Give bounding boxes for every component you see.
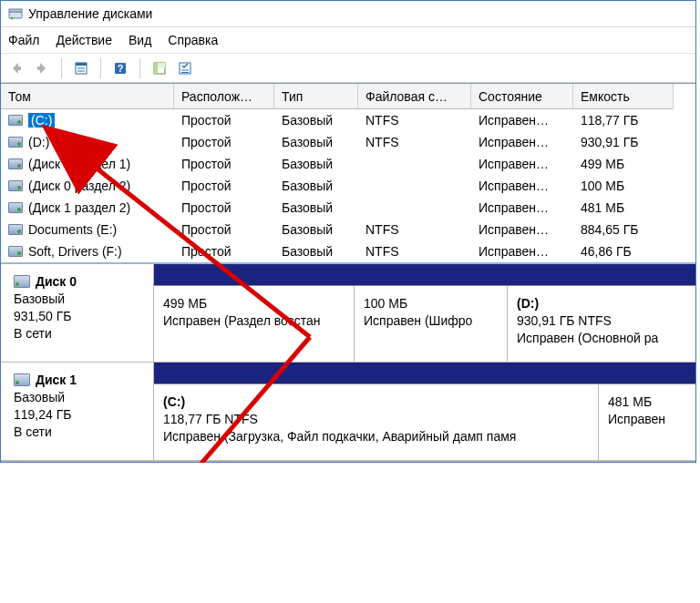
- volume-name: (Диск 0 раздел 1): [28, 157, 130, 171]
- partition-size: 118,77 ГБ NTFS: [163, 411, 589, 428]
- volume-name: (D:): [28, 135, 49, 149]
- menu-file[interactable]: Файл: [8, 33, 39, 47]
- disk-management-window: Управление дисками Файл Действие Вид Спр…: [0, 0, 696, 463]
- disk-size: 119,24 ГБ: [14, 406, 144, 424]
- volume-name: (Диск 1 раздел 2): [28, 200, 130, 215]
- table-row[interactable]: (C:) Простой Базовый NTFS Исправен… 118,…: [1, 109, 695, 131]
- table-row[interactable]: Soft, Drivers (F:) Простой Базовый NTFS …: [1, 240, 695, 262]
- menubar: Файл Действие Вид Справка: [1, 27, 695, 54]
- cell-layout: Простой: [174, 200, 274, 215]
- titlebar: Управление дисками: [1, 1, 695, 27]
- toolbar-separator: [61, 58, 62, 78]
- cell-layout: Простой: [174, 113, 274, 128]
- cell-layout: Простой: [174, 222, 274, 237]
- cell-capacity: 499 МБ: [573, 157, 674, 171]
- cell-capacity: 481 МБ: [573, 200, 674, 215]
- menu-help[interactable]: Справка: [168, 33, 218, 47]
- partition-label: (C:): [163, 393, 589, 411]
- volume-icon: [8, 246, 23, 257]
- cell-type: Базовый: [274, 179, 358, 193]
- partition-status: Исправен (Шифро: [364, 312, 498, 330]
- volume-icon: [8, 137, 23, 148]
- col-capacity-header[interactable]: Емкость: [573, 84, 674, 109]
- help-button[interactable]: ?: [110, 58, 130, 78]
- back-button[interactable]: [6, 58, 26, 78]
- partition-size: 499 МБ: [163, 295, 345, 312]
- table-row[interactable]: Documents (E:) Простой Базовый NTFS Испр…: [1, 219, 695, 240]
- partition[interactable]: 100 МБ Исправен (Шифро: [355, 286, 508, 362]
- volume-name: Documents (E:): [28, 222, 117, 237]
- disk-header-bar: [154, 363, 695, 384]
- svg-text:?: ?: [118, 63, 124, 74]
- menu-action[interactable]: Действие: [56, 33, 112, 47]
- partition-status: Исправен (Загрузка, Файл подкачки, Авари…: [163, 428, 589, 445]
- volume-icon: [8, 115, 23, 126]
- volume-name: (C:): [28, 113, 55, 128]
- partition[interactable]: (C:) 118,77 ГБ NTFS Исправен (Загрузка, …: [154, 384, 599, 460]
- table-row[interactable]: (Диск 0 раздел 1) Простой Базовый Исправ…: [1, 153, 695, 175]
- cell-status: Исправен…: [471, 244, 573, 259]
- cell-fs: NTFS: [358, 113, 471, 128]
- partition[interactable]: 499 МБ Исправен (Раздел восстан: [154, 286, 355, 362]
- cell-fs: NTFS: [358, 222, 471, 237]
- forward-button[interactable]: [32, 58, 52, 78]
- toolbar: ?: [1, 54, 695, 83]
- disk-info-panel[interactable]: Диск 0 Базовый 931,50 ГБ В сети: [1, 264, 154, 362]
- partition-size: 481 МБ: [608, 393, 686, 411]
- disk-icon: [14, 275, 30, 288]
- layout-button-1[interactable]: [149, 58, 170, 78]
- cell-layout: Простой: [174, 179, 274, 193]
- cell-status: Исправен…: [471, 113, 573, 128]
- table-row[interactable]: (Диск 0 раздел 2) Простой Базовый Исправ…: [1, 175, 695, 197]
- cell-capacity: 884,65 ГБ: [573, 222, 674, 237]
- col-layout-header[interactable]: Располож…: [174, 84, 274, 109]
- disk-partitions: 499 МБ Исправен (Раздел восстан 100 МБ И…: [154, 264, 695, 362]
- partition-status: Исправен (Раздел восстан: [163, 312, 345, 330]
- table-row[interactable]: (Диск 1 раздел 2) Простой Базовый Исправ…: [1, 197, 695, 219]
- svg-rect-11: [158, 63, 165, 68]
- properties-button[interactable]: [71, 58, 91, 78]
- cell-type: Базовый: [274, 135, 358, 149]
- cell-status: Исправен…: [471, 135, 573, 149]
- cell-status: Исправен…: [471, 179, 573, 193]
- disk-row: Диск 0 Базовый 931,50 ГБ В сети 499 МБ И…: [1, 264, 695, 363]
- cell-type: Базовый: [274, 200, 358, 215]
- disk-state: В сети: [14, 424, 144, 441]
- layout-button-2[interactable]: [175, 58, 195, 78]
- cell-capacity: 100 МБ: [573, 179, 674, 193]
- cell-capacity: 118,77 ГБ: [573, 113, 674, 128]
- cell-type: Базовый: [274, 113, 358, 128]
- cell-type: Базовый: [274, 157, 358, 171]
- cell-status: Исправен…: [471, 222, 573, 237]
- cell-fs: NTFS: [358, 135, 471, 149]
- menu-view[interactable]: Вид: [129, 33, 151, 47]
- disk-header-bar: [154, 264, 695, 286]
- cell-capacity: 930,91 ГБ: [573, 135, 674, 149]
- volume-icon: [8, 180, 23, 191]
- partition[interactable]: (D:) 930,91 ГБ NTFS Исправен (Основной р…: [508, 286, 695, 362]
- col-volume-header[interactable]: Том: [1, 84, 174, 109]
- volume-name: Soft, Drivers (F:): [28, 244, 122, 259]
- partition[interactable]: 481 МБ Исправен: [599, 384, 695, 460]
- cell-status: Исправен…: [471, 157, 573, 171]
- disk-kind: Базовый: [14, 389, 144, 406]
- disk-name: Диск 1: [36, 372, 77, 389]
- disk-info-panel[interactable]: Диск 1 Базовый 119,24 ГБ В сети: [1, 363, 154, 460]
- svg-rect-0: [9, 12, 22, 18]
- volume-icon: [8, 224, 23, 235]
- volume-icon: [8, 158, 23, 169]
- disk-row: Диск 1 Базовый 119,24 ГБ В сети (C:) 118…: [1, 363, 695, 461]
- cell-fs: NTFS: [358, 244, 471, 259]
- table-row[interactable]: (D:) Простой Базовый NTFS Исправен… 930,…: [1, 131, 695, 153]
- col-type-header[interactable]: Тип: [274, 84, 358, 109]
- svg-rect-1: [9, 9, 22, 12]
- disk-size: 931,50 ГБ: [14, 308, 144, 325]
- cell-capacity: 46,86 ГБ: [573, 244, 674, 259]
- window-title: Управление дисками: [28, 6, 152, 23]
- cell-type: Базовый: [274, 244, 358, 259]
- svg-point-2: [11, 17, 13, 19]
- cell-type: Базовый: [274, 222, 358, 237]
- col-fs-header[interactable]: Файловая с…: [358, 84, 471, 109]
- col-status-header[interactable]: Состояние: [471, 84, 573, 109]
- toolbar-separator: [100, 58, 101, 78]
